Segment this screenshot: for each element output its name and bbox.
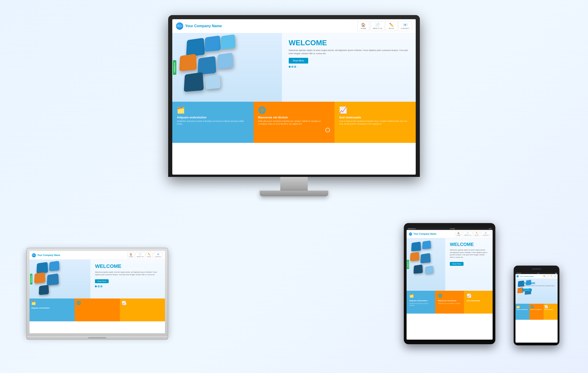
- phone-status-bar: NETWORK 12:32 ▮▮▮: [515, 272, 557, 274]
- phone-site-header: 🌐 Your Company Name 🏠 📄 ✏️: [515, 274, 557, 279]
- tablet-feature-2-icon: 🌐: [438, 293, 461, 298]
- desktop-site-header: 🌐 Your Company Name 🏠 HOME 📄 ABOUT US: [172, 19, 416, 33]
- contact-icon: 📧: [403, 23, 408, 27]
- laptop-nav-home[interactable]: 🏠 HOME: [127, 252, 134, 258]
- phone-globe-icon: 🌐: [516, 275, 519, 277]
- company-name-desktop: Your Company Name: [185, 24, 222, 28]
- tablet-feature-2-title: Maecenas vel dictum: [438, 300, 461, 302]
- phone-nav-home[interactable]: 🏠: [543, 275, 546, 278]
- tablet-nav-home[interactable]: 🏠 HOME: [455, 231, 462, 237]
- phone-nav: 🏠 📄 ✏️ 📧: [543, 275, 557, 278]
- desktop-hero-text: Maecenas egestas sapien sit amet magna l…: [289, 49, 409, 55]
- tablet-features: 🗂️ Aliquam eratvolution Vestibulum ante …: [407, 291, 493, 313]
- laptop-read-more[interactable]: Read More: [95, 279, 109, 283]
- desktop-features: 🗂️ Aliquam eratvolution Vestibulum ante …: [172, 102, 416, 143]
- laptop-company-name: Your Company Name: [37, 254, 60, 256]
- laptop-nav-about[interactable]: 📄 ABOUT US: [135, 252, 145, 258]
- laptop-feature-2: 🌐: [74, 299, 120, 321]
- feature-1: 🗂️ Aliquam eratvolution Vestibulum ante …: [172, 102, 253, 143]
- feature-1-title: Aliquam eratvolution: [177, 116, 249, 119]
- desktop-hero-content: WELCOME Maecenas egestas sapien sit amet…: [282, 33, 416, 102]
- laptop-dot-2[interactable]: [98, 285, 100, 287]
- desktop-bezel: 🌐 Your Company Name 🏠 HOME 📄 ABOUT US: [168, 15, 420, 177]
- dot-1[interactable]: [289, 66, 291, 68]
- desktop-stand-base: [260, 191, 328, 196]
- nav-about[interactable]: 📄 ABOUT US: [370, 21, 385, 31]
- laptop-nav: 🏠 HOME 📄 ABOUT US ✏️ BLOG 📧: [127, 252, 163, 258]
- laptop-screen: 🌐 Your Company Name 🏠 HOME 📄 ABOUT US: [30, 251, 165, 333]
- laptop-feature-3: 📈: [120, 299, 165, 321]
- tablet-feedback-tab[interactable]: FEEDBACK: [407, 260, 409, 269]
- tablet-nav-about[interactable]: 📄 ABOUT US: [463, 231, 473, 237]
- tablet-nav-blog[interactable]: ✏️ BLOG: [474, 231, 480, 237]
- desktop-stand-neck: [280, 177, 308, 191]
- tablet-contact-icon: 📧: [484, 232, 487, 234]
- tablet-status-bar: NETWORK 3G 11:05 AM 51%: [407, 228, 493, 230]
- phone-nav-about[interactable]: 📄: [546, 275, 549, 278]
- laptop-home-icon: 🏠: [129, 253, 132, 255]
- laptop-dot-3[interactable]: [100, 285, 102, 287]
- laptop-feature-1: 🗂️ Aliquam eratvolution: [30, 299, 74, 321]
- phone-nav-contact[interactable]: 📧: [554, 275, 557, 278]
- feature-1-text: Vestibulum ante ipsum primis in faucibus…: [177, 120, 249, 125]
- laptop-dot-1[interactable]: [95, 285, 97, 287]
- nav-contact[interactable]: 📧 CONTACT: [398, 21, 412, 31]
- tablet-feature-2-text: Nulla odio purus, hendrerit ut facilisis: [438, 302, 461, 304]
- laptop-feature-1-icon: 🗂️: [31, 301, 73, 305]
- about-icon: 📄: [375, 23, 380, 27]
- desktop-carousel-dots: [289, 66, 409, 68]
- tablet-hero: FEEDBACK WELCOME Maecenas egestas sapien…: [407, 238, 493, 291]
- tablet-screen: 🌐 Your Company Name 🏠 HOME 📄 ABOUT US: [407, 230, 493, 340]
- feature-2-arrow[interactable]: →: [325, 128, 330, 132]
- laptop-site-header: 🌐 Your Company Name 🏠 HOME 📄 ABOUT US: [30, 251, 165, 260]
- phone-read-more[interactable]: Read More: [522, 289, 532, 292]
- nav-blog[interactable]: ✏️ BLOG: [386, 21, 398, 31]
- desktop-hero-visual: FEEDBACK: [172, 33, 282, 102]
- tablet-home-icon: 🏠: [457, 232, 460, 234]
- phone-contact-icon: 📧: [554, 275, 556, 277]
- tablet-blog-icon: ✏️: [476, 232, 478, 234]
- tablet-feature-1-title: Aliquam eratvolution: [409, 300, 432, 302]
- laptop-carousel-dots: [95, 285, 160, 287]
- dot-3[interactable]: [294, 66, 296, 68]
- laptop-hero: FEEDBACK WELCOME Maecenas egestas sapien…: [30, 260, 165, 299]
- scene: 🌐 Your Company Name 🏠 HOME 📄 ABOUT US: [20, 15, 568, 358]
- feature-2-title: Maecenas vel dictum: [258, 116, 330, 119]
- home-icon: 🏠: [361, 23, 366, 27]
- desktop-screen: 🌐 Your Company Name 🏠 HOME 📄 ABOUT US: [172, 19, 416, 175]
- laptop-feature-2-icon: 🌐: [76, 301, 118, 305]
- feature-3: 📈 Sed malesuada Cras in rhoncus elit, he…: [335, 102, 416, 143]
- laptop-nav-blog[interactable]: ✏️ BLOG: [146, 252, 153, 258]
- laptop-feature-1-title: Aliquam eratvolution: [31, 307, 73, 309]
- tablet-hero-visual: FEEDBACK: [407, 238, 445, 291]
- feature-3-icon: 📈: [339, 106, 411, 114]
- tablet-feature-2: 🌐 Maecenas vel dictum Nulla odio purus, …: [435, 291, 464, 313]
- phone-device: NETWORK 12:32 ▮▮▮ 🌐 Your Company Name �: [514, 266, 559, 345]
- phone-home-icon: 🏠: [543, 275, 545, 277]
- desktop-read-more[interactable]: Read More: [289, 58, 308, 63]
- phone-nav-blog[interactable]: ✏️: [550, 275, 553, 278]
- feedback-tab[interactable]: FEEDBACK: [173, 60, 176, 75]
- tablet-bezel: NETWORK 3G 11:05 AM 51% 🌐 Your Company N…: [404, 223, 495, 344]
- tablet-hero-text: Maecenas egestas sapien sit amet magna l…: [450, 249, 488, 259]
- laptop-hero-visual: FEEDBACK: [30, 260, 90, 299]
- laptop-nav-contact[interactable]: 📧 CONTACT: [153, 252, 163, 258]
- tablet-feature-1-text: Vestibulum ante ipsum primis in faucibus: [409, 302, 432, 306]
- tablet-nav-contact[interactable]: 📧 CONTACT: [481, 231, 490, 237]
- phone-company-name: Your Company Name: [520, 276, 534, 277]
- laptop-logo: 🌐 Your Company Name: [32, 253, 60, 257]
- laptop-feedback-tab[interactable]: FEEDBACK: [30, 273, 32, 284]
- laptop-blog-icon: ✏️: [148, 253, 151, 255]
- laptop-device: 🌐 Your Company Name 🏠 HOME 📄 ABOUT US: [26, 248, 168, 340]
- nav-home[interactable]: 🏠 HOME: [357, 21, 369, 31]
- tablet-about-icon: 📄: [466, 232, 469, 234]
- tablet-feature-1: 🗂️ Aliquam eratvolution Vestibulum ante …: [407, 291, 435, 313]
- phone-logo: 🌐 Your Company Name: [516, 275, 534, 277]
- feature-3-text: Cras in rhoncus elit, hendrerit et facil…: [339, 120, 411, 125]
- dot-2[interactable]: [292, 66, 293, 68]
- tablet-read-more[interactable]: Read More: [450, 262, 463, 266]
- tablet-nav: 🏠 HOME 📄 ABOUT US ✏️ BLOG 📧: [455, 231, 490, 237]
- feature-3-title: Sed malesuada: [339, 116, 411, 119]
- tablet-feature-3-icon: 📈: [467, 293, 490, 298]
- feature-1-icon: 🗂️: [177, 106, 249, 114]
